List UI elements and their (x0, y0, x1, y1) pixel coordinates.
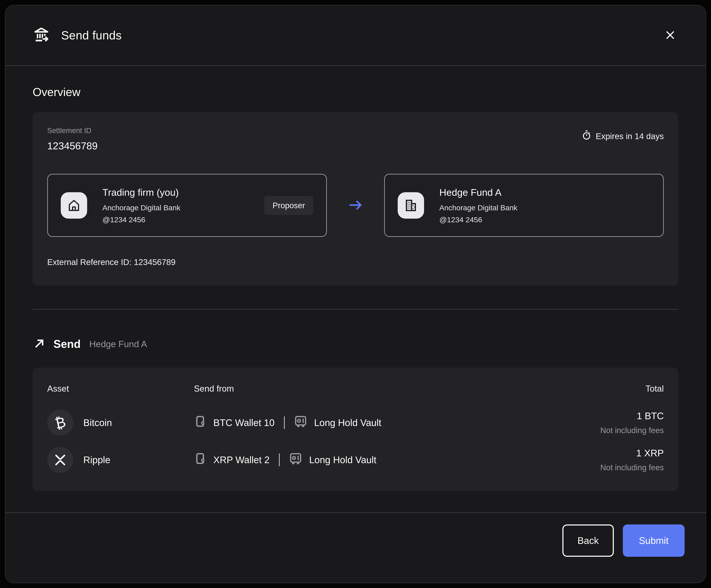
xrp-icon (47, 447, 73, 473)
wallet-icon (194, 415, 207, 430)
overview-section-title: Overview (33, 85, 678, 99)
expiry-text: Expires in 14 days (596, 131, 664, 141)
bitcoin-icon: ₿ (47, 410, 73, 436)
sender-info: Trading firm (you) Anchorage Digital Ban… (102, 187, 180, 224)
counterparties-row: Trading firm (you) Anchorage Digital Ban… (47, 174, 664, 237)
send-section-header: Send Hedge Fund A (33, 337, 678, 351)
recipient-card: Hedge Fund A Anchorage Digital Bank @123… (384, 174, 664, 237)
table-row-bitcoin-total: 1 BTC Not including fees (600, 394, 664, 435)
close-icon (665, 29, 676, 41)
sender-card: Trading firm (you) Anchorage Digital Ban… (47, 174, 327, 237)
settlement-id-label: Settlement ID (47, 126, 98, 135)
vault-icon (294, 415, 307, 430)
total-value: 1 XRP (636, 447, 664, 459)
table-row-ripple-asset: Ripple (47, 436, 194, 473)
external-reference: External Reference ID: 123456789 (47, 257, 664, 267)
close-button[interactable] (661, 26, 680, 45)
asset-name: Bitcoin (83, 417, 112, 428)
house-icon (66, 198, 82, 213)
wallet-icon (194, 452, 207, 468)
expiry-status: Expires in 14 days (582, 130, 664, 142)
total-note: Not including fees (600, 426, 664, 435)
vault-name: Long Hold Vault (314, 417, 381, 428)
submit-button[interactable]: Submit (623, 524, 685, 557)
col-header-send-from: Send from (194, 384, 600, 394)
sender-bank: Anchorage Digital Bank (102, 204, 180, 212)
send-assets-card: Asset Send from Total ₿ Bitcoin (33, 368, 678, 491)
vault-name: Long Hold Vault (309, 454, 376, 465)
arrow-right-icon (347, 197, 364, 214)
wallet-name: XRP Wallet 2 (213, 454, 270, 465)
proposer-badge: Proposer (264, 196, 313, 215)
recipient-info: Hedge Fund A Anchorage Digital Bank @123… (439, 187, 517, 224)
stopwatch-icon (582, 130, 591, 142)
settlement-id-value: 123456789 (47, 140, 98, 152)
sender-avatar (61, 192, 87, 218)
asset-name: Ripple (83, 454, 110, 465)
wallet-name: BTC Wallet 10 (213, 417, 275, 428)
transfer-direction (327, 174, 384, 237)
recipient-bank: Anchorage Digital Bank (439, 204, 517, 212)
send-funds-modal: Send funds Overview Settlement ID 123456… (5, 5, 706, 583)
table-row-ripple-source: XRP Wallet 2 Long Hold Vault (194, 441, 600, 468)
separator (279, 454, 280, 466)
modal-footer: Back Submit (5, 512, 706, 583)
recipient-account: @1234 2456 (439, 215, 517, 224)
total-value: 1 BTC (637, 411, 664, 421)
vault-icon (289, 452, 302, 468)
sender-account: @1234 2456 (102, 215, 180, 224)
sender-name: Trading firm (you) (102, 187, 180, 198)
table-row-bitcoin-source: BTC Wallet 10 Long Hold Vault (194, 399, 600, 430)
modal-content: Overview Settlement ID 123456789 (5, 66, 706, 512)
settlement-id-block: Settlement ID 123456789 (47, 126, 98, 152)
modal-title: Send funds (61, 28, 122, 42)
overview-card: Settlement ID 123456789 Expires in 14 da… (33, 112, 678, 286)
section-divider (33, 309, 678, 310)
bank-send-icon (33, 26, 50, 44)
modal-header: Send funds (5, 5, 706, 66)
back-button[interactable]: Back (562, 524, 614, 557)
table-row-ripple-total: 1 XRP Not including fees (600, 436, 664, 472)
office-building-icon (403, 198, 418, 213)
separator (284, 416, 285, 429)
arrow-up-right-icon (33, 337, 46, 351)
send-title: Send (53, 338, 81, 351)
assets-table: Asset Send from Total ₿ Bitcoin (47, 384, 664, 473)
send-recipient: Hedge Fund A (89, 339, 147, 349)
recipient-name: Hedge Fund A (439, 187, 517, 198)
total-note: Not including fees (600, 463, 664, 472)
col-header-total: Total (600, 384, 664, 394)
col-header-asset: Asset (47, 384, 194, 394)
recipient-avatar (398, 192, 424, 218)
table-row-bitcoin-asset: ₿ Bitcoin (47, 394, 194, 436)
